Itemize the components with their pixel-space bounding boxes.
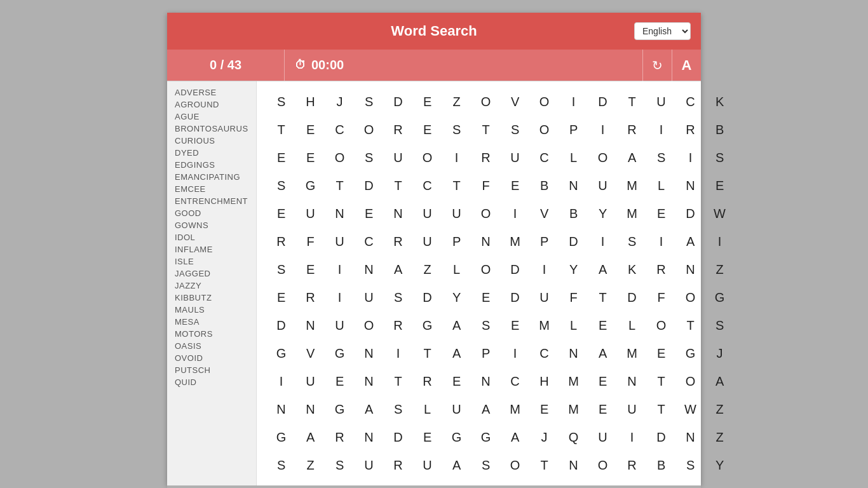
grid-cell[interactable]: U [325,229,355,254]
grid-cell[interactable]: I [705,229,735,254]
grid-cell[interactable]: O [325,145,355,170]
grid-cell[interactable]: S [705,313,735,338]
grid-cell[interactable]: A [384,257,413,282]
grid-cell[interactable]: U [384,145,413,170]
grid-cell[interactable]: T [384,369,413,394]
grid-cell[interactable]: N [676,173,705,198]
grid-cell[interactable]: O [530,89,559,114]
grid-cell[interactable]: S [647,145,676,170]
grid-cell[interactable]: U [442,396,471,422]
grid-cell[interactable]: O [588,145,618,170]
grid-cell[interactable]: C [355,229,384,254]
grid-cell[interactable]: U [296,201,325,226]
grid-cell[interactable]: M [501,229,530,254]
grid-cell[interactable]: E [267,285,296,310]
grid-cell[interactable]: N [676,424,705,450]
grid-cell[interactable]: I [588,229,618,254]
grid-cell[interactable]: R [384,229,413,254]
grid-cell[interactable]: E [296,117,325,142]
grid-cell[interactable]: E [530,396,559,422]
grid-cell[interactable]: N [384,201,413,226]
grid-cell[interactable]: I [442,145,471,170]
grid-cell[interactable]: R [618,117,647,142]
grid-cell[interactable]: O [413,145,442,170]
grid-cell[interactable]: O [676,369,705,394]
grid-cell[interactable]: R [647,257,676,282]
grid-cell[interactable]: K [618,257,647,282]
grid-cell[interactable]: A [355,396,384,422]
grid-cell[interactable]: S [471,452,501,478]
grid-cell[interactable]: T [325,173,355,198]
grid-cell[interactable]: U [413,201,442,226]
grid-cell[interactable]: W [705,201,735,226]
grid-cell[interactable]: P [442,229,471,254]
grid-cell[interactable]: R [413,369,442,394]
grid-cell[interactable]: I [676,145,705,170]
grid-cell[interactable]: I [384,341,413,366]
grid-cell[interactable]: C [530,341,559,366]
grid-cell[interactable]: T [442,173,471,198]
grid-cell[interactable]: U [530,285,559,310]
grid-cell[interactable]: F [647,285,676,310]
grid-cell[interactable]: T [618,89,647,114]
grid-cell[interactable]: O [588,452,618,478]
grid-cell[interactable]: D [647,424,676,450]
grid-cell[interactable]: S [618,229,647,254]
grid-cell[interactable]: S [501,117,530,142]
grid-cell[interactable]: L [559,313,588,338]
grid-cell[interactable]: R [384,313,413,338]
grid-cell[interactable]: R [267,229,296,254]
grid-cell[interactable]: O [471,201,501,226]
grid-cell[interactable]: A [705,369,735,394]
grid-cell[interactable]: W [676,396,705,422]
grid-cell[interactable]: R [384,117,413,142]
refresh-button[interactable]: ↻ [642,50,672,81]
grid-cell[interactable]: T [267,117,296,142]
grid-cell[interactable]: A [296,424,325,450]
grid-cell[interactable]: J [325,89,355,114]
grid-cell[interactable]: O [355,313,384,338]
grid-cell[interactable]: Y [588,201,618,226]
grid-cell[interactable]: E [413,117,442,142]
grid-cell[interactable]: D [413,285,442,310]
grid-cell[interactable]: S [325,452,355,478]
grid-cell[interactable]: O [676,285,705,310]
grid-cell[interactable]: B [530,173,559,198]
grid-cell[interactable]: I [530,257,559,282]
grid-cell[interactable]: Q [559,424,588,450]
grid-cell[interactable]: M [559,396,588,422]
grid-cell[interactable]: Y [559,257,588,282]
grid-cell[interactable]: I [559,89,588,114]
grid-cell[interactable]: S [267,257,296,282]
grid-cell[interactable]: T [647,369,676,394]
grid-cell[interactable]: U [501,145,530,170]
grid-cell[interactable]: B [647,452,676,478]
grid-cell[interactable]: N [355,369,384,394]
grid-cell[interactable]: U [618,396,647,422]
grid-cell[interactable]: F [296,229,325,254]
font-button[interactable]: A [672,50,701,81]
grid-cell[interactable]: R [618,452,647,478]
grid-cell[interactable]: N [471,369,501,394]
grid-cell[interactable]: R [296,285,325,310]
grid-cell[interactable]: P [559,117,588,142]
grid-cell[interactable]: E [296,145,325,170]
grid-cell[interactable]: D [501,285,530,310]
grid-cell[interactable]: G [325,341,355,366]
grid-cell[interactable]: D [501,257,530,282]
grid-cell[interactable]: P [530,229,559,254]
grid-cell[interactable]: T [530,452,559,478]
grid-cell[interactable]: L [647,173,676,198]
grid-cell[interactable]: U [296,369,325,394]
grid-cell[interactable]: A [588,257,618,282]
grid-cell[interactable]: T [588,285,618,310]
language-selector[interactable]: EnglishFrenchSpanishGermanItalian [634,22,691,40]
grid-cell[interactable]: A [676,229,705,254]
grid-cell[interactable]: R [471,145,501,170]
grid-cell[interactable]: A [501,424,530,450]
grid-cell[interactable]: S [267,89,296,114]
grid-cell[interactable]: N [471,229,501,254]
grid-cell[interactable]: N [325,201,355,226]
grid-cell[interactable]: G [471,424,501,450]
grid-cell[interactable]: D [355,173,384,198]
